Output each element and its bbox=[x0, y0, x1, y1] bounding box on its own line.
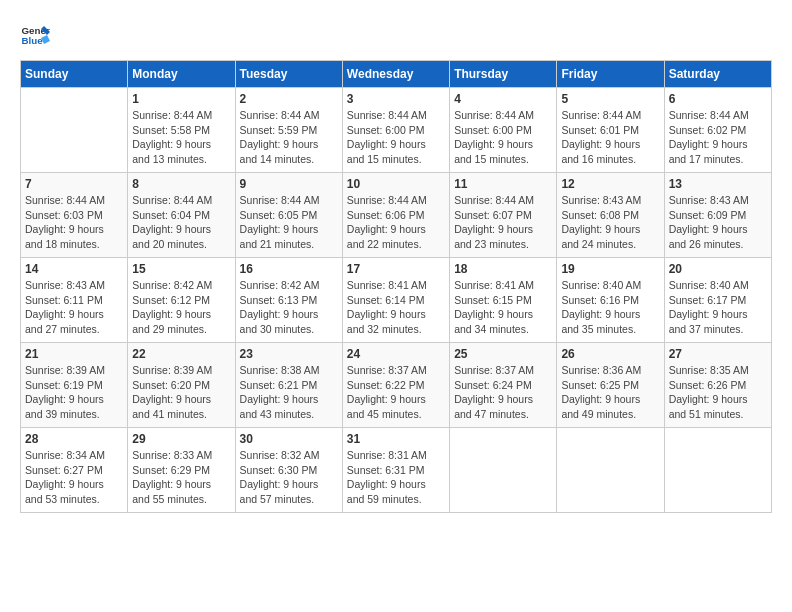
calendar-cell: 12Sunrise: 8:43 AM Sunset: 6:08 PM Dayli… bbox=[557, 173, 664, 258]
day-number: 21 bbox=[25, 347, 123, 361]
calendar-cell: 25Sunrise: 8:37 AM Sunset: 6:24 PM Dayli… bbox=[450, 343, 557, 428]
day-content: Sunrise: 8:34 AM Sunset: 6:27 PM Dayligh… bbox=[25, 448, 123, 507]
calendar-week-3: 14Sunrise: 8:43 AM Sunset: 6:11 PM Dayli… bbox=[21, 258, 772, 343]
day-content: Sunrise: 8:36 AM Sunset: 6:25 PM Dayligh… bbox=[561, 363, 659, 422]
day-content: Sunrise: 8:44 AM Sunset: 6:05 PM Dayligh… bbox=[240, 193, 338, 252]
page-header: General Blue bbox=[20, 20, 772, 50]
day-content: Sunrise: 8:44 AM Sunset: 6:00 PM Dayligh… bbox=[347, 108, 445, 167]
day-content: Sunrise: 8:44 AM Sunset: 6:04 PM Dayligh… bbox=[132, 193, 230, 252]
day-number: 5 bbox=[561, 92, 659, 106]
calendar-cell: 31Sunrise: 8:31 AM Sunset: 6:31 PM Dayli… bbox=[342, 428, 449, 513]
day-content: Sunrise: 8:35 AM Sunset: 6:26 PM Dayligh… bbox=[669, 363, 767, 422]
calendar-cell: 11Sunrise: 8:44 AM Sunset: 6:07 PM Dayli… bbox=[450, 173, 557, 258]
calendar-cell: 27Sunrise: 8:35 AM Sunset: 6:26 PM Dayli… bbox=[664, 343, 771, 428]
calendar-cell: 24Sunrise: 8:37 AM Sunset: 6:22 PM Dayli… bbox=[342, 343, 449, 428]
day-number: 25 bbox=[454, 347, 552, 361]
day-number: 28 bbox=[25, 432, 123, 446]
calendar-header-row: SundayMondayTuesdayWednesdayThursdayFrid… bbox=[21, 61, 772, 88]
day-content: Sunrise: 8:42 AM Sunset: 6:13 PM Dayligh… bbox=[240, 278, 338, 337]
day-content: Sunrise: 8:41 AM Sunset: 6:15 PM Dayligh… bbox=[454, 278, 552, 337]
calendar-cell bbox=[450, 428, 557, 513]
calendar-header-tuesday: Tuesday bbox=[235, 61, 342, 88]
day-number: 7 bbox=[25, 177, 123, 191]
calendar-cell: 1Sunrise: 8:44 AM Sunset: 5:58 PM Daylig… bbox=[128, 88, 235, 173]
day-number: 27 bbox=[669, 347, 767, 361]
calendar-cell: 5Sunrise: 8:44 AM Sunset: 6:01 PM Daylig… bbox=[557, 88, 664, 173]
calendar-cell: 2Sunrise: 8:44 AM Sunset: 5:59 PM Daylig… bbox=[235, 88, 342, 173]
day-content: Sunrise: 8:43 AM Sunset: 6:11 PM Dayligh… bbox=[25, 278, 123, 337]
day-number: 16 bbox=[240, 262, 338, 276]
calendar-week-4: 21Sunrise: 8:39 AM Sunset: 6:19 PM Dayli… bbox=[21, 343, 772, 428]
calendar-cell: 16Sunrise: 8:42 AM Sunset: 6:13 PM Dayli… bbox=[235, 258, 342, 343]
calendar-cell bbox=[21, 88, 128, 173]
calendar-cell: 19Sunrise: 8:40 AM Sunset: 6:16 PM Dayli… bbox=[557, 258, 664, 343]
day-number: 19 bbox=[561, 262, 659, 276]
day-content: Sunrise: 8:33 AM Sunset: 6:29 PM Dayligh… bbox=[132, 448, 230, 507]
calendar-cell: 21Sunrise: 8:39 AM Sunset: 6:19 PM Dayli… bbox=[21, 343, 128, 428]
calendar-week-2: 7Sunrise: 8:44 AM Sunset: 6:03 PM Daylig… bbox=[21, 173, 772, 258]
logo: General Blue bbox=[20, 20, 50, 50]
calendar-cell: 29Sunrise: 8:33 AM Sunset: 6:29 PM Dayli… bbox=[128, 428, 235, 513]
calendar-cell: 20Sunrise: 8:40 AM Sunset: 6:17 PM Dayli… bbox=[664, 258, 771, 343]
day-content: Sunrise: 8:44 AM Sunset: 5:59 PM Dayligh… bbox=[240, 108, 338, 167]
calendar-header-saturday: Saturday bbox=[664, 61, 771, 88]
day-content: Sunrise: 8:37 AM Sunset: 6:22 PM Dayligh… bbox=[347, 363, 445, 422]
day-number: 29 bbox=[132, 432, 230, 446]
day-content: Sunrise: 8:39 AM Sunset: 6:19 PM Dayligh… bbox=[25, 363, 123, 422]
day-content: Sunrise: 8:44 AM Sunset: 6:07 PM Dayligh… bbox=[454, 193, 552, 252]
calendar-cell: 13Sunrise: 8:43 AM Sunset: 6:09 PM Dayli… bbox=[664, 173, 771, 258]
day-number: 11 bbox=[454, 177, 552, 191]
day-content: Sunrise: 8:31 AM Sunset: 6:31 PM Dayligh… bbox=[347, 448, 445, 507]
calendar-cell bbox=[664, 428, 771, 513]
calendar-cell: 15Sunrise: 8:42 AM Sunset: 6:12 PM Dayli… bbox=[128, 258, 235, 343]
day-number: 24 bbox=[347, 347, 445, 361]
day-content: Sunrise: 8:40 AM Sunset: 6:17 PM Dayligh… bbox=[669, 278, 767, 337]
calendar-cell: 9Sunrise: 8:44 AM Sunset: 6:05 PM Daylig… bbox=[235, 173, 342, 258]
calendar-cell: 8Sunrise: 8:44 AM Sunset: 6:04 PM Daylig… bbox=[128, 173, 235, 258]
day-content: Sunrise: 8:32 AM Sunset: 6:30 PM Dayligh… bbox=[240, 448, 338, 507]
day-number: 31 bbox=[347, 432, 445, 446]
calendar-cell: 14Sunrise: 8:43 AM Sunset: 6:11 PM Dayli… bbox=[21, 258, 128, 343]
day-content: Sunrise: 8:39 AM Sunset: 6:20 PM Dayligh… bbox=[132, 363, 230, 422]
day-content: Sunrise: 8:40 AM Sunset: 6:16 PM Dayligh… bbox=[561, 278, 659, 337]
day-content: Sunrise: 8:43 AM Sunset: 6:08 PM Dayligh… bbox=[561, 193, 659, 252]
day-number: 14 bbox=[25, 262, 123, 276]
day-content: Sunrise: 8:44 AM Sunset: 5:58 PM Dayligh… bbox=[132, 108, 230, 167]
calendar-header-wednesday: Wednesday bbox=[342, 61, 449, 88]
calendar-header-monday: Monday bbox=[128, 61, 235, 88]
calendar-week-1: 1Sunrise: 8:44 AM Sunset: 5:58 PM Daylig… bbox=[21, 88, 772, 173]
calendar-cell bbox=[557, 428, 664, 513]
calendar-header-friday: Friday bbox=[557, 61, 664, 88]
svg-text:Blue: Blue bbox=[22, 35, 44, 46]
day-content: Sunrise: 8:37 AM Sunset: 6:24 PM Dayligh… bbox=[454, 363, 552, 422]
day-number: 13 bbox=[669, 177, 767, 191]
day-content: Sunrise: 8:38 AM Sunset: 6:21 PM Dayligh… bbox=[240, 363, 338, 422]
day-number: 8 bbox=[132, 177, 230, 191]
calendar-cell: 3Sunrise: 8:44 AM Sunset: 6:00 PM Daylig… bbox=[342, 88, 449, 173]
day-number: 22 bbox=[132, 347, 230, 361]
calendar-cell: 23Sunrise: 8:38 AM Sunset: 6:21 PM Dayli… bbox=[235, 343, 342, 428]
day-number: 17 bbox=[347, 262, 445, 276]
day-content: Sunrise: 8:44 AM Sunset: 6:02 PM Dayligh… bbox=[669, 108, 767, 167]
day-number: 9 bbox=[240, 177, 338, 191]
day-content: Sunrise: 8:43 AM Sunset: 6:09 PM Dayligh… bbox=[669, 193, 767, 252]
logo-icon: General Blue bbox=[20, 20, 50, 50]
day-content: Sunrise: 8:44 AM Sunset: 6:00 PM Dayligh… bbox=[454, 108, 552, 167]
calendar-cell: 4Sunrise: 8:44 AM Sunset: 6:00 PM Daylig… bbox=[450, 88, 557, 173]
day-number: 4 bbox=[454, 92, 552, 106]
day-content: Sunrise: 8:44 AM Sunset: 6:06 PM Dayligh… bbox=[347, 193, 445, 252]
day-number: 26 bbox=[561, 347, 659, 361]
day-content: Sunrise: 8:44 AM Sunset: 6:03 PM Dayligh… bbox=[25, 193, 123, 252]
calendar-week-5: 28Sunrise: 8:34 AM Sunset: 6:27 PM Dayli… bbox=[21, 428, 772, 513]
calendar-cell: 30Sunrise: 8:32 AM Sunset: 6:30 PM Dayli… bbox=[235, 428, 342, 513]
day-number: 30 bbox=[240, 432, 338, 446]
day-number: 23 bbox=[240, 347, 338, 361]
day-number: 2 bbox=[240, 92, 338, 106]
day-number: 12 bbox=[561, 177, 659, 191]
calendar-cell: 22Sunrise: 8:39 AM Sunset: 6:20 PM Dayli… bbox=[128, 343, 235, 428]
day-content: Sunrise: 8:41 AM Sunset: 6:14 PM Dayligh… bbox=[347, 278, 445, 337]
calendar-cell: 18Sunrise: 8:41 AM Sunset: 6:15 PM Dayli… bbox=[450, 258, 557, 343]
day-number: 1 bbox=[132, 92, 230, 106]
day-number: 6 bbox=[669, 92, 767, 106]
day-number: 3 bbox=[347, 92, 445, 106]
